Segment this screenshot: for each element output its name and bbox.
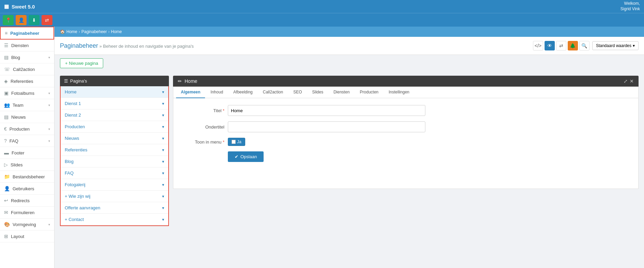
form-body: Titel * Ondertitel Toon in menu	[173, 98, 638, 174]
sidebar-item-paginabeheer[interactable]: ≡ Paginabeheer	[0, 27, 54, 40]
edit-icon: ✏	[178, 78, 182, 84]
sidebar-item-formulieren[interactable]: ✉ Formulieren	[0, 207, 54, 219]
team-chevron: ▾	[48, 103, 50, 107]
sidebar-item-fotoalbums[interactable]: ▣ Fotoalbums ▾	[0, 87, 54, 99]
page-name-nieuws: Nieuws	[65, 136, 79, 141]
new-page-button[interactable]: + Nieuwe pagina	[60, 58, 103, 68]
page-name-referenties: Referenties	[65, 147, 87, 152]
form-row-toon-in-menu: Toon in menu * ✓ Ja	[184, 138, 628, 146]
sidebar-item-call2action[interactable]: ☏ Call2action	[0, 63, 54, 75]
close-icon[interactable]: ✕	[630, 78, 634, 84]
page-item-nieuws[interactable]: Nieuws ▾	[61, 133, 168, 144]
titel-input[interactable]	[228, 105, 425, 116]
sidebar-item-vormgeving[interactable]: 🎨 Vormgeving ▾	[0, 219, 54, 230]
page-item-offerte[interactable]: Offerte aanvragen ▾	[61, 202, 168, 214]
sidebar-item-team[interactable]: 👥 Team ▾	[0, 99, 54, 111]
ondertitel-input[interactable]	[228, 121, 425, 132]
sidebar-item-referenties[interactable]: ◈ Referenties	[0, 75, 54, 87]
footer-icon: ▬	[4, 150, 9, 155]
sidebar-item-nieuws[interactable]: ▤ Nieuws	[0, 111, 54, 123]
slides-icon: ▷	[4, 162, 8, 167]
sidebar-label-referenties: Referenties	[11, 79, 33, 84]
page-name-home: Home	[65, 89, 77, 94]
detail-header: ✏ Home ⤢ ✕	[173, 76, 639, 87]
breadcrumb: 🏠 Home › Paginabeheer › Home	[54, 27, 644, 37]
titel-required: *	[223, 108, 224, 113]
page-name-contact: + Contact	[65, 217, 84, 222]
sidebar-item-blog[interactable]: ▤ Blog ▾	[0, 51, 54, 63]
app-title: Sweet 5.0	[12, 4, 35, 10]
page-item-producten[interactable]: Producten ▾	[61, 121, 168, 133]
toolbar-search-btn[interactable]: 🔍	[579, 41, 590, 50]
sidebar-item-footer[interactable]: ▬ Footer	[0, 147, 54, 159]
icon-btn-download[interactable]: ⬇	[29, 15, 40, 25]
tab-seo[interactable]: SEO	[288, 87, 307, 98]
icon-btn-location[interactable]: 📍	[3, 15, 14, 25]
icon-btn-user[interactable]: 👤	[16, 15, 27, 25]
toolbar-share-btn[interactable]: ⇄	[556, 41, 566, 50]
tab-afbeelding[interactable]: Afbeelding	[229, 87, 257, 98]
page-item-contact[interactable]: + Contact ▾	[61, 214, 168, 225]
toolbar-tree-btn[interactable]: 🌲	[568, 41, 578, 50]
dropdown-standaard[interactable]: Standaard waardes ▾	[592, 41, 639, 50]
sidebar-item-faq[interactable]: ? FAQ ▾	[0, 135, 54, 147]
tab-call2action[interactable]: Call2action	[258, 87, 288, 98]
icon-btn-share[interactable]: ⇄	[42, 15, 52, 25]
tab-diensten[interactable]: Diensten	[329, 87, 354, 98]
tab-instellingen[interactable]: Instellingen	[384, 87, 414, 98]
breadcrumb-home[interactable]: Home	[66, 29, 77, 34]
sidebar-item-bestandsbeheer[interactable]: 📁 Bestandsbeheer	[0, 171, 54, 183]
page-item-blog[interactable]: Blog ▾	[61, 156, 168, 167]
page-arrow-faq: ▾	[162, 171, 164, 176]
app-layout: ≡ Paginabeheer ☰ Diensten ▤ Blog ▾ ☏ Cal…	[0, 27, 644, 268]
save-button[interactable]: ✔ Opslaan	[228, 151, 264, 162]
sidebar-item-slides[interactable]: ▷ Slides	[0, 159, 54, 171]
user-greeting: Welkom, Sigrid Vink	[621, 1, 640, 12]
sidebar-label-layout: Layout	[11, 234, 24, 239]
page-name-dienst1: Dienst 1	[65, 101, 81, 106]
page-item-dienst1[interactable]: Dienst 1 ▾	[61, 98, 168, 109]
gebruikers-icon: 👤	[4, 186, 10, 191]
toon-in-menu-toggle[interactable]: ✓ Ja	[228, 138, 245, 146]
page-item-fotogalerij[interactable]: Fotogalerij ▾	[61, 179, 168, 191]
page-item-dienst2[interactable]: Dienst 2 ▾	[61, 109, 168, 121]
toon-in-menu-btn[interactable]: ✓ Ja	[228, 138, 245, 146]
page-name-offerte: Offerte aanvragen	[65, 205, 100, 210]
referenties-icon: ◈	[4, 78, 8, 84]
sidebar-label-paginabeheer: Paginabeheer	[10, 31, 39, 36]
sidebar-label-slides: Slides	[11, 162, 22, 167]
breadcrumb-section[interactable]: Paginabeheer	[81, 29, 107, 34]
sidebar-item-gebruikers[interactable]: 👤 Gebruikers	[0, 183, 54, 195]
page-arrow-home: ▾	[162, 90, 164, 94]
toolbar-eye-btn[interactable]: 👁	[545, 41, 555, 50]
page-item-referenties[interactable]: Referenties ▾	[61, 144, 168, 156]
page-item-faq[interactable]: FAQ ▾	[61, 167, 168, 179]
sidebar-item-redirects[interactable]: ↩ Redirects	[0, 195, 54, 207]
expand-icon[interactable]: ⤢	[624, 78, 628, 84]
page-title: Paginabeheer	[60, 42, 98, 49]
page-arrow-blog: ▾	[162, 159, 164, 164]
page-arrow-producten: ▾	[162, 124, 164, 129]
sidebar-item-diensten[interactable]: ☰ Diensten	[0, 40, 54, 51]
sidebar-item-producten[interactable]: € Producten ▾	[0, 123, 54, 135]
pages-panel-header: ☰ Pagina's	[60, 76, 169, 86]
titel-label: Titel *	[184, 108, 224, 113]
pages-panel-icon: ☰	[64, 78, 68, 84]
pages-list: Home ▾ Dienst 1 ▾ Dienst 2 ▾ Producten ▾	[60, 86, 169, 226]
sidebar-label-call2action: Call2action	[13, 67, 35, 72]
tab-inhoud[interactable]: Inhoud	[206, 87, 228, 98]
page-item-home[interactable]: Home ▾	[61, 86, 168, 98]
pages-panel-title: Pagina's	[70, 78, 87, 84]
toolbar-code-btn[interactable]: </>	[533, 41, 543, 50]
tab-algemeen[interactable]: Algemeen	[176, 87, 205, 98]
detail-header-title-area: ✏ Home	[178, 78, 197, 84]
page-arrow-dienst2: ▾	[162, 113, 164, 118]
page-item-wie-zijn-wij[interactable]: + Wie zijn wij ▾	[61, 191, 168, 202]
sidebar-label-diensten: Diensten	[11, 43, 29, 48]
tab-producten[interactable]: Producten	[355, 87, 383, 98]
redirects-icon: ↩	[4, 198, 8, 203]
sidebar-item-layout[interactable]: ⊞ Layout	[0, 230, 54, 242]
team-icon: 👥	[4, 102, 10, 108]
page-arrow-wie-zijn-wij: ▾	[162, 194, 164, 199]
tab-slides[interactable]: Slides	[308, 87, 328, 98]
